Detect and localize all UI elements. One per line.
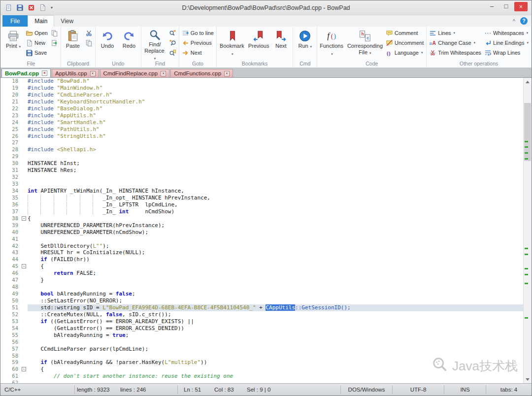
next-button[interactable]: Next [270,27,292,58]
find-next-button[interactable] [167,28,178,38]
trim-whitespaces-button[interactable]: Trim Whitespaces [428,48,483,58]
doc-button[interactable] [3,3,13,13]
minimize-button[interactable]: – [485,0,499,11]
code-line[interactable]: 20#include "CmdLineParser.h" [0,92,523,99]
doc-arrow-button[interactable] [49,38,60,48]
close-tab-icon[interactable]: × [42,70,47,76]
code-line[interactable]: 19#include "MainWindow.h" [0,85,523,92]
previous-button[interactable]: Previous [180,38,215,48]
find-prev-button[interactable] [167,38,178,48]
open-button[interactable]: Open [24,28,49,38]
code-line[interactable]: 56 [0,339,523,346]
bookmark-button[interactable]: Bookmark ▾ [218,27,247,58]
bowpad-red-button[interactable] [26,3,36,13]
code-line[interactable]: 52 ::CreateMutex(NULL, false, sID.c_str(… [0,311,523,318]
code-line[interactable]: 26#include "StringUtils.h" [0,133,523,140]
whitespaces-button[interactable]: Whitespaces▾ [483,28,530,38]
doc-tab-bowpad-cpp[interactable]: BowPad.cpp× [1,68,51,77]
doc-tab-cmdfindreplace-cpp[interactable]: CmdFindReplace.cpp× [100,69,170,77]
code-line[interactable]: 31HINSTANCE hRes; [0,167,523,174]
save-button[interactable]: Save [24,48,49,58]
find-replace-button[interactable]: Find/ Replace ▾ [142,27,167,58]
new-button[interactable]: New [24,38,49,48]
status-lexer[interactable]: C/C++ [0,387,74,393]
close-tab-icon[interactable]: × [224,71,230,76]
fold-collapse-icon[interactable]: - [22,264,26,268]
ribbon-tab-view[interactable]: View [54,15,80,27]
scissors-button[interactable] [84,28,94,38]
scroll-down-button[interactable] [524,375,532,383]
code-line[interactable]: 35 _In_opt_ HINSTANCE hPrevInstance, [0,195,523,201]
code-line[interactable]: 22#include "BaseDialog.h" [0,105,523,112]
collapse-ribbon-icon[interactable]: ^ [513,18,515,24]
code-line[interactable]: 62 [0,380,523,383]
code-line[interactable]: 57 CCmdLineParser parser(lpCmdLine); [0,346,523,353]
code-line[interactable]: 53 if ((GetLastError() == ERROR_ALREADY_… [0,318,523,325]
code-line[interactable]: 54 (GetLastError() == ERROR_ACCESS_DENIE… [0,325,523,332]
code-line[interactable]: 29 [0,153,523,160]
ribbon-tab-file[interactable]: File [2,15,28,27]
code-area[interactable]: 18#include "BowPad.h"19#include "MainWin… [0,78,523,383]
code-line[interactable]: 32 [0,174,523,181]
comment-button[interactable]: Comment [384,28,425,38]
code-line[interactable]: 40 UNREFERENCED_PARAMETER(nCmdShow); [0,229,523,236]
corresponding-file-button[interactable]: hcCorresponding File ▾ [346,27,384,58]
vertical-scrollbar[interactable] [523,78,532,383]
code-line[interactable]: 25#include "PathUtils.h" [0,126,523,133]
code-line[interactable]: 18#include "BowPad.h" [0,78,523,85]
code-line[interactable]: 37 _In_ int nCmdShow) [0,208,523,215]
close-button[interactable]: × [514,2,528,11]
code-line[interactable]: 39 UNREFERENCED_PARAMETER(hPrevInstance)… [0,222,523,229]
next-button[interactable]: Next [180,48,215,58]
code-line[interactable]: 38-{ [0,215,523,222]
status-insert-mode[interactable]: INS [444,387,486,393]
fold-collapse-icon[interactable]: - [22,367,26,371]
new-doc-button[interactable] [37,3,47,13]
code-line[interactable]: 58 [0,353,523,360]
close-tab-icon[interactable]: × [161,71,166,76]
doc-tab-apputils-cpp[interactable]: AppUtils.cpp× [52,69,99,77]
fold-collapse-icon[interactable]: - [22,216,26,221]
lines-button[interactable]: Lines▾ [428,28,483,38]
code-line[interactable]: 42 SetDllDirectory(L""); [0,243,523,250]
code-line[interactable]: 23#include "AppUtils.h" [0,112,523,119]
code-line[interactable]: 46 return FALSE; [0,270,523,277]
copy-button[interactable] [84,38,94,48]
scrollbar-track[interactable] [524,86,532,375]
copy-doc-button[interactable] [49,28,60,38]
previous-button[interactable]: Previous [247,27,270,58]
uncomment-button[interactable]: Uncomment [384,38,425,48]
code-line[interactable]: 27 [0,139,523,146]
go-to-line-button[interactable]: Go to line [180,28,215,38]
help-icon[interactable]: ? [520,17,528,25]
doc-tab-cmdfunctions-cpp[interactable]: CmdFunctions.cpp× [170,69,233,77]
code-line[interactable]: 55 bAlreadyRunning = true; [0,332,523,339]
functions-button[interactable]: f()Functions ▾ [318,27,346,58]
code-line[interactable]: 30HINSTANCE hInst; [0,160,523,167]
code-line[interactable]: 34int APIENTRY _tWinMain(_In_ HINSTANCE … [0,188,523,195]
code-line[interactable]: 47 } [0,277,523,284]
code-line[interactable]: 43 HRESULT hr = CoInitialize(NULL); [0,249,523,256]
code-line[interactable]: 21#include "KeyboardShortcutHandler.h" [0,99,523,105]
code-line[interactable]: 50 ::SetLastError(NO_ERROR); [0,297,523,304]
code-line[interactable]: 49 bool bAlreadyRunning = false; [0,291,523,297]
change-case-button[interactable]: aAChange Case▾ [428,38,483,48]
find-all-button[interactable] [167,48,178,58]
close-tab-icon[interactable]: × [90,71,96,76]
paste-button[interactable]: Paste [62,27,84,58]
status-tab-width[interactable]: tabs: 4 [486,387,532,393]
save-button[interactable] [15,3,25,13]
code-line[interactable]: 28#include <Shellapi.h> [0,146,523,153]
wrap-lines-button[interactable]: Wrap Lines [483,48,530,58]
code-line[interactable]: 48 [0,284,523,291]
ribbon-tab-main[interactable]: Main [28,15,54,27]
run-button[interactable]: Run ▾ [294,27,316,58]
code-line[interactable]: 41 [0,236,523,243]
code-line[interactable]: 45- { [0,263,523,270]
qat-dropdown-button[interactable]: ▾ [49,3,55,13]
language-button[interactable]: {}Language▾ [384,48,425,58]
code-line[interactable]: 24#include "SmartHandle.h" [0,119,523,126]
code-line[interactable]: 59 if (bAlreadyRunning && !parser.HasKey… [0,359,523,366]
code-line[interactable]: 44 if (FAILED(hr)) [0,256,523,263]
status-encoding[interactable]: UTF-8 [393,387,444,393]
